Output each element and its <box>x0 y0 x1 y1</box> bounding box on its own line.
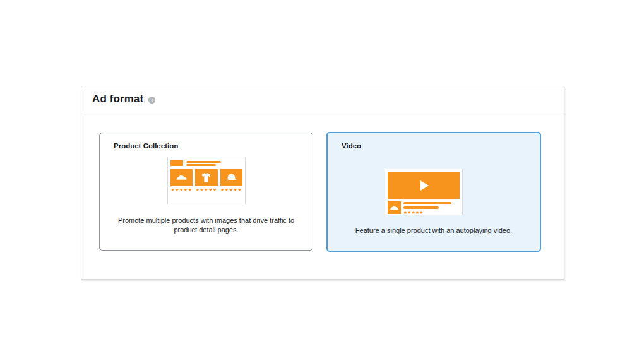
rating-stars: ★★★★★ <box>403 210 451 215</box>
title-line <box>403 202 451 204</box>
card-description: Feature a single product with an autopla… <box>328 226 540 235</box>
sneaker-icon <box>388 201 401 214</box>
card-title: Video <box>342 142 361 150</box>
rating-stars: ★★★★★ <box>220 187 242 192</box>
headline-line <box>186 164 216 166</box>
ad-format-options: Product Collection ★★★★★ <box>81 112 564 280</box>
title-line <box>403 206 439 209</box>
info-icon[interactable]: i <box>148 97 155 104</box>
product-tiles: ★★★★★ ★★★★★ ★★★★★ <box>170 169 242 192</box>
product-tile: ★★★★★ <box>195 169 217 192</box>
cap-icon <box>220 169 242 186</box>
card-product-collection[interactable]: Product Collection ★★★★★ <box>99 133 313 251</box>
video-listing: ★★★★★ <box>388 201 460 215</box>
brand-logo-block <box>170 160 183 166</box>
card-description: Promote multiple products with images th… <box>100 216 313 235</box>
tshirt-icon <box>195 169 217 186</box>
video-preview: ★★★★★ <box>385 169 463 215</box>
play-icon <box>388 172 460 199</box>
product-collection-preview: ★★★★★ ★★★★★ ★★★★★ <box>167 157 246 204</box>
card-title: Product Collection <box>114 142 178 150</box>
rating-stars: ★★★★★ <box>195 187 217 192</box>
rating-stars: ★★★★★ <box>170 187 193 192</box>
page-title: Ad format <box>92 93 143 105</box>
ad-format-panel: Ad format i Product Collection <box>81 86 564 280</box>
headline-lines <box>186 161 221 166</box>
sneaker-icon <box>170 169 193 186</box>
product-tile: ★★★★★ <box>170 169 193 192</box>
panel-header: Ad format i <box>81 86 564 112</box>
product-tile: ★★★★★ <box>220 169 242 192</box>
headline-line <box>186 161 221 163</box>
card-video[interactable]: Video ★★★★★ Feature a single product <box>326 132 541 252</box>
listing-lines: ★★★★★ <box>403 202 451 215</box>
preview-header <box>170 160 242 166</box>
